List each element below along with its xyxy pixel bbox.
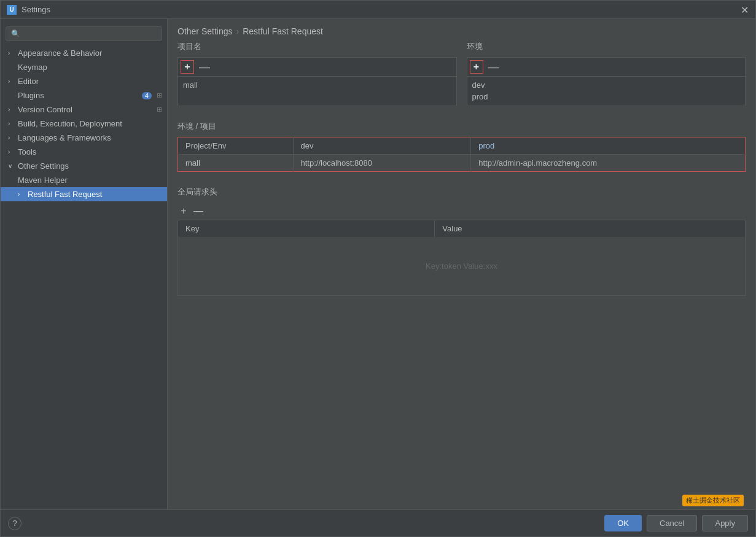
sidebar-item-label: Keymap: [18, 63, 47, 72]
panel-content: 项目名 + — mall 环境: [168, 41, 755, 509]
sidebar-item-editor[interactable]: › Editor: [1, 74, 167, 88]
sidebar-item-other-settings[interactable]: ∨ Other Settings: [1, 159, 167, 173]
search-input[interactable]: [6, 26, 162, 41]
table-row[interactable]: mall http://localhost:8080 http://admin-…: [178, 155, 746, 172]
arrow-icon: ›: [8, 106, 15, 113]
close-button[interactable]: ✕: [741, 6, 749, 14]
col-value: Value: [435, 220, 746, 238]
sidebar-item-keymap[interactable]: Keymap: [1, 60, 167, 74]
footer: ? OK Cancel Apply: [1, 509, 755, 536]
titlebar-left: U Settings: [7, 5, 50, 15]
env-list-container: + — dev prod: [467, 57, 746, 106]
sidebar-item-plugins[interactable]: Plugins 4 ⊞: [1, 88, 167, 102]
project-list-items: mall: [178, 77, 456, 93]
env-remove-button[interactable]: —: [486, 60, 502, 74]
sidebar-item-label: Version Control: [18, 105, 72, 114]
arrow-icon: ›: [8, 120, 15, 127]
arrow-icon: ›: [8, 134, 15, 141]
env-table-section: 环境 / 项目 Project/Env dev prod mall: [177, 121, 746, 172]
sidebar: › Appearance & Behavior Keymap › Editor …: [1, 19, 168, 509]
window-title: Settings: [21, 5, 50, 14]
env-list-items: dev prod: [467, 77, 746, 105]
arrow-icon: ›: [8, 78, 15, 85]
plugins-badge: 4: [142, 92, 152, 99]
sidebar-item-label: Other Settings: [18, 161, 69, 171]
breadcrumb-separator: ›: [236, 26, 240, 36]
list-item[interactable]: prod: [472, 91, 741, 102]
sidebar-item-label: Languages & Frameworks: [18, 133, 111, 142]
app-icon: U: [7, 5, 17, 15]
sidebar-item-maven-helper[interactable]: Maven Helper: [1, 173, 167, 187]
headers-remove-button[interactable]: —: [192, 205, 205, 217]
help-button[interactable]: ?: [8, 517, 21, 530]
env-column: 环境 + — dev prod: [467, 41, 746, 106]
headers-add-button[interactable]: +: [177, 205, 190, 217]
project-env-columns: 项目名 + — mall 环境: [177, 41, 746, 106]
footer-buttons: OK Cancel Apply: [604, 515, 748, 531]
apply-button[interactable]: Apply: [702, 515, 748, 531]
sidebar-item-label: Tools: [18, 147, 36, 156]
sidebar-item-label: Appearance & Behavior: [18, 48, 102, 58]
main-panel: Other Settings › Restful Fast Request 项目…: [168, 19, 755, 509]
headers-header-row: Key Value: [178, 220, 746, 238]
project-label: 项目名: [177, 41, 457, 52]
global-headers-section: 全局请求头 + — Key Value: [177, 187, 746, 296]
settings-window: U Settings ✕ › Appearance & Behavior Key…: [0, 0, 756, 537]
env-toolbar: + —: [467, 58, 746, 77]
watermark: 稀土掘金技术社区: [682, 495, 744, 506]
plugins-icon: ⊞: [157, 91, 162, 99]
breadcrumb-current: Restful Fast Request: [243, 26, 323, 36]
project-column: 项目名 + — mall: [177, 41, 457, 106]
project-list-container: + — mall: [177, 57, 457, 106]
main-content: › Appearance & Behavior Keymap › Editor …: [1, 19, 755, 509]
global-headers-label: 全局请求头: [177, 187, 746, 198]
col-dev: dev: [293, 137, 471, 155]
list-item[interactable]: dev: [472, 79, 741, 91]
col-project-env: Project/Env: [178, 137, 294, 155]
arrow-icon: ›: [18, 191, 25, 198]
cancel-button[interactable]: Cancel: [647, 515, 697, 531]
breadcrumb: Other Settings › Restful Fast Request: [168, 19, 755, 41]
ok-button[interactable]: OK: [604, 515, 642, 531]
sidebar-item-label: Editor: [18, 77, 39, 86]
arrow-icon: ›: [8, 50, 15, 56]
project-toolbar: + —: [178, 58, 456, 77]
col-key: Key: [178, 220, 435, 238]
sidebar-item-languages[interactable]: › Languages & Frameworks: [1, 131, 167, 145]
headers-empty-row: Key:token Value:xxx: [178, 237, 746, 296]
sidebar-item-label: Build, Execution, Deployment: [18, 119, 122, 128]
col-prod: prod: [471, 137, 746, 155]
cell-dev[interactable]: http://localhost:8080: [293, 155, 471, 172]
project-add-button[interactable]: +: [181, 60, 194, 74]
cell-prod[interactable]: http://admin-api.macrozheng.com: [471, 155, 746, 172]
sidebar-item-build[interactable]: › Build, Execution, Deployment: [1, 117, 167, 131]
cell-project: mall: [178, 155, 294, 172]
sidebar-item-label: Plugins: [18, 91, 44, 100]
project-remove-button[interactable]: —: [197, 60, 212, 74]
sidebar-item-appearance[interactable]: › Appearance & Behavior: [1, 46, 167, 60]
global-headers-toolbar: + —: [177, 203, 746, 220]
table-header-row: Project/Env dev prod: [178, 137, 746, 155]
env-label: 环境: [467, 41, 746, 52]
sidebar-item-version-control[interactable]: › Version Control ⊞: [1, 102, 167, 117]
env-add-button[interactable]: +: [470, 60, 483, 74]
sidebar-item-tools[interactable]: › Tools: [1, 145, 167, 159]
headers-empty-hint: Key:token Value:xxx: [178, 237, 746, 296]
headers-table: Key Value Key:token Value:xxx: [177, 220, 746, 296]
arrow-icon: ›: [8, 149, 15, 155]
titlebar: U Settings ✕: [1, 1, 755, 19]
breadcrumb-parent: Other Settings: [177, 26, 233, 36]
arrow-icon: ∨: [8, 163, 15, 169]
list-item[interactable]: mall: [183, 79, 451, 91]
env-table-label: 环境 / 项目: [177, 121, 746, 132]
sidebar-item-label: Restful Fast Request: [28, 190, 102, 199]
sidebar-item-restful-fast-request[interactable]: › Restful Fast Request: [1, 187, 167, 201]
sidebar-item-label: Maven Helper: [18, 176, 68, 185]
vcs-icon: ⊞: [157, 106, 162, 114]
env-project-table: Project/Env dev prod mall http://localho…: [177, 137, 746, 172]
